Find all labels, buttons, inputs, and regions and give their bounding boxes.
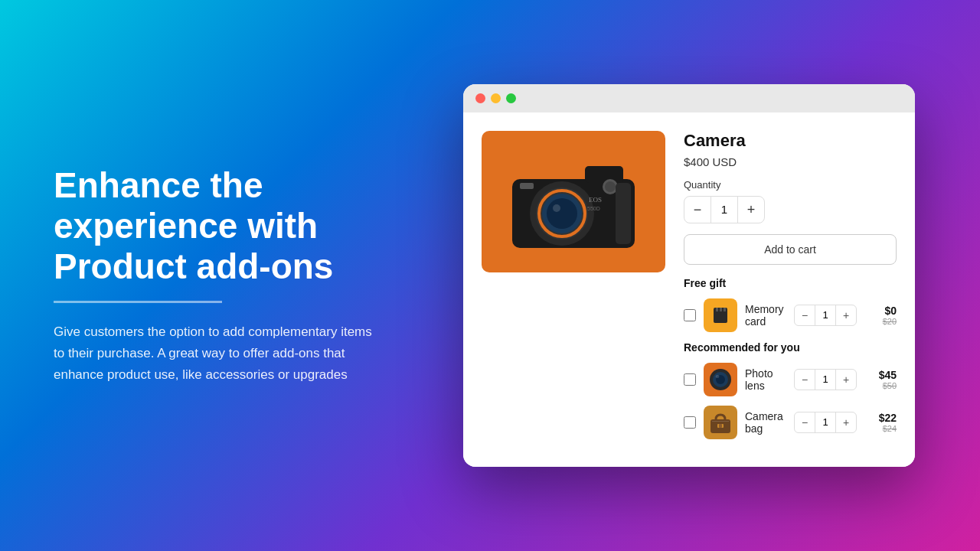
svg-point-5: [547, 198, 577, 229]
camera-bag-item: Camera bag − 1 + $22 $24: [684, 406, 897, 439]
recommended-label: Recommended for you: [684, 341, 897, 354]
headline: Enhance the experience with Product add-…: [54, 165, 375, 287]
photo-lens-qty-increase[interactable]: +: [836, 370, 856, 390]
product-details: Camera $400 USD Quantity − 1 + Add to ca…: [684, 131, 897, 448]
product-image: EOS 550D: [482, 131, 665, 272]
free-gift-qty-increase[interactable]: +: [836, 305, 856, 325]
free-gift-label: Free gift: [684, 277, 897, 289]
close-dot[interactable]: [475, 93, 485, 103]
right-panel: EOS 550D Camera $400 USD Quantity − 1 + …: [429, 84, 980, 467]
quantity-value: 1: [710, 197, 738, 223]
camera-bag-thumb: [704, 406, 737, 439]
free-gift-qty-value: 1: [815, 305, 836, 325]
svg-rect-24: [719, 424, 722, 428]
free-gift-price-original: $20: [864, 317, 897, 326]
svg-rect-25: [712, 421, 729, 422]
camera-bag-name: Camera bag: [745, 410, 786, 435]
photo-lens-price-block: $45 $50: [864, 369, 897, 390]
free-gift-checkbox[interactable]: [684, 309, 696, 321]
browser-window: EOS 550D Camera $400 USD Quantity − 1 + …: [463, 84, 915, 467]
add-to-cart-button[interactable]: Add to cart: [684, 234, 897, 265]
svg-point-6: [553, 204, 560, 212]
svg-rect-1: [585, 166, 623, 183]
quantity-increase-button[interactable]: +: [738, 197, 764, 223]
photo-lens-item: Photo lens − 1 + $45 $50: [684, 363, 897, 396]
camera-bag-price-current: $22: [864, 412, 897, 424]
browser-content: EOS 550D Camera $400 USD Quantity − 1 + …: [463, 112, 915, 467]
quantity-control: − 1 +: [684, 196, 765, 223]
memory-card-thumb: [704, 298, 737, 332]
svg-rect-16: [720, 308, 722, 311]
free-gift-qty-decrease[interactable]: −: [795, 305, 815, 325]
free-gift-item: Memory card − 1 + $0 $20: [684, 298, 897, 332]
camera-bag-qty-value: 1: [815, 412, 836, 432]
camera-bag-price-original: $24: [864, 424, 897, 433]
photo-lens-checkbox[interactable]: [684, 373, 696, 386]
memory-card-name: Memory card: [745, 303, 786, 328]
camera-bag-qty-decrease[interactable]: −: [795, 412, 815, 432]
svg-rect-13: [616, 183, 631, 244]
description: Give customers the option to add complem…: [54, 321, 375, 386]
left-panel: Enhance the experience with Product add-…: [0, 119, 429, 432]
camera-bag-checkbox[interactable]: [684, 416, 696, 429]
camera-bag-qty-increase[interactable]: +: [836, 412, 856, 432]
product-price: $400 USD: [684, 155, 897, 168]
svg-rect-15: [716, 308, 718, 311]
camera-bag-qty-control: − 1 +: [794, 412, 857, 433]
photo-lens-price-original: $50: [864, 381, 897, 390]
headline-divider: [54, 301, 222, 303]
quantity-label: Quantity: [684, 179, 897, 191]
browser-titlebar: [463, 84, 915, 112]
maximize-dot[interactable]: [506, 93, 516, 103]
photo-lens-price-current: $45: [864, 369, 897, 381]
svg-rect-17: [724, 308, 726, 311]
free-gift-price-block: $0 $20: [864, 305, 897, 326]
product-title: Camera: [684, 131, 897, 151]
photo-lens-qty-value: 1: [815, 370, 836, 390]
svg-rect-10: [520, 183, 534, 189]
quantity-decrease-button[interactable]: −: [684, 197, 710, 223]
svg-text:EOS: EOS: [589, 196, 602, 204]
svg-point-21: [716, 375, 720, 378]
camera-bag-price-block: $22 $24: [864, 412, 897, 433]
minimize-dot[interactable]: [491, 93, 501, 103]
svg-text:550D: 550D: [587, 206, 600, 211]
photo-lens-name: Photo lens: [745, 367, 786, 392]
photo-lens-thumb: [704, 363, 737, 396]
photo-lens-qty-decrease[interactable]: −: [795, 370, 815, 390]
free-gift-qty-control: − 1 +: [794, 305, 857, 326]
photo-lens-qty-control: − 1 +: [794, 369, 857, 390]
free-gift-price-current: $0: [864, 305, 897, 317]
svg-point-9: [605, 181, 616, 192]
